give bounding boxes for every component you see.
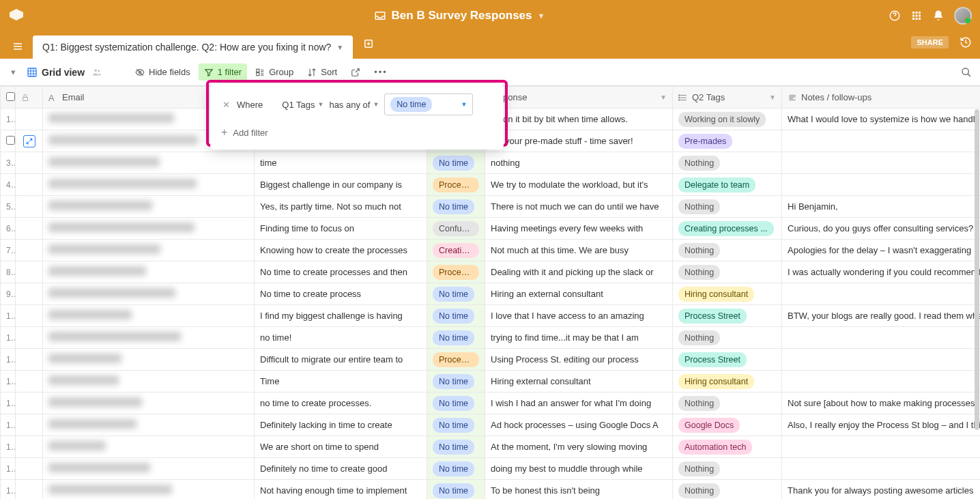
history-icon[interactable] xyxy=(960,36,972,48)
cell-response[interactable]: Hiring an external consultant xyxy=(485,283,673,305)
app-logo-icon[interactable] xyxy=(8,8,25,24)
cell-notes[interactable] xyxy=(782,436,981,458)
cell-notes[interactable] xyxy=(782,130,981,152)
cell-q1[interactable]: No time to create processes and then xyxy=(255,261,427,283)
cell-q2tags[interactable]: Google Docs xyxy=(673,414,782,436)
tab-caret-icon[interactable]: ▼ xyxy=(336,44,343,51)
filter-operator-select[interactable]: has any of▼ xyxy=(329,100,379,110)
search-button[interactable] xyxy=(961,67,972,78)
vertical-scrollbar[interactable] xyxy=(975,109,979,430)
cell-q1[interactable]: Finding time to focus on xyxy=(255,218,427,240)
cell-notes[interactable] xyxy=(782,327,981,349)
cell-q1tags[interactable]: Process ... xyxy=(427,349,485,371)
cell-q2tags[interactable]: Nothing xyxy=(673,196,782,218)
table-row[interactable]: 10I find my biggest challenge is havingN… xyxy=(1,305,981,327)
cell-notes[interactable] xyxy=(782,283,981,305)
cell-response[interactable]: trying to find time...it may be that I a… xyxy=(485,327,673,349)
filter-field-select[interactable]: Q1 Tags▼ xyxy=(282,100,323,110)
cell-q2tags[interactable]: Process Street xyxy=(673,349,782,371)
cell-q2tags[interactable]: Hiring consultant xyxy=(673,283,782,305)
row-select-cell[interactable]: 5 xyxy=(1,196,16,218)
cell-notes[interactable]: What I would love to systemize is how we… xyxy=(782,109,981,130)
cell-notes[interactable]: Apologies for the delay – I wasn't exagg… xyxy=(782,240,981,261)
help-icon[interactable] xyxy=(889,10,901,22)
cell-q2tags[interactable]: Nothing xyxy=(673,152,782,174)
cell-notes[interactable]: Also, I really enjoy the Process St blog… xyxy=(782,414,981,436)
cell-q1tags[interactable]: No time xyxy=(427,152,485,174)
cell-response[interactable]: Not much at this time. We are busy xyxy=(485,240,673,261)
cell-q1[interactable]: Difficult to migrate our entire team to xyxy=(255,349,427,371)
filter-button[interactable]: 1 filter xyxy=(199,63,247,81)
cell-notes[interactable]: Thank you for always posting awesome art… xyxy=(782,480,981,500)
cell-email[interactable] xyxy=(43,349,255,371)
cell-q1[interactable]: Yes, its partly time. Not so much not xyxy=(255,196,427,218)
cell-email[interactable] xyxy=(43,393,255,414)
view-switcher[interactable]: Grid view xyxy=(21,63,108,81)
cell-email[interactable] xyxy=(43,261,255,283)
row-select-cell[interactable]: 7 xyxy=(1,240,16,261)
row-select-cell[interactable]: 17 xyxy=(1,458,16,480)
cell-q1tags[interactable]: No time xyxy=(427,196,485,218)
select-all-header[interactable] xyxy=(1,87,16,109)
table-row[interactable]: 18Not having enough time to implementNo … xyxy=(1,480,981,500)
row-select-cell[interactable]: 14 xyxy=(1,393,16,414)
cell-email[interactable] xyxy=(43,152,255,174)
table-row[interactable]: 12Difficult to migrate our entire team t… xyxy=(1,349,981,371)
cell-q1tags[interactable]: No time xyxy=(427,393,485,414)
filter-value-select[interactable]: No time ▼ xyxy=(384,94,473,115)
cell-email[interactable] xyxy=(43,196,255,218)
cell-notes[interactable] xyxy=(782,458,981,480)
cell-q2tags[interactable]: Nothing xyxy=(673,327,782,349)
column-header-response[interactable]: response▼ xyxy=(485,87,673,109)
cell-response[interactable]: To be honest this isn't being xyxy=(485,480,673,500)
row-checkbox[interactable] xyxy=(6,136,15,145)
apps-icon[interactable] xyxy=(910,10,923,22)
cell-notes[interactable]: Curious, do you guys offer consulting se… xyxy=(782,218,981,240)
cell-email[interactable] xyxy=(43,174,255,196)
view-menu-caret-icon[interactable]: ▾ xyxy=(8,64,18,80)
cell-q1tags[interactable]: Confuse... xyxy=(427,218,485,240)
table-row[interactable]: 5Yes, its partly time. Not so much notNo… xyxy=(1,196,981,218)
table-row[interactable]: 3timeNo timenothingNothing xyxy=(1,152,981,174)
cell-q1tags[interactable]: No time xyxy=(427,458,485,480)
table-row[interactable]: 13TimeNo timeHiring external consultantH… xyxy=(1,371,981,393)
cell-notes[interactable]: Not sure [about how to make making proce… xyxy=(782,393,981,414)
row-select-cell[interactable]: 13 xyxy=(1,371,16,393)
cell-notes[interactable]: I was actually wondering if you could re… xyxy=(782,261,981,283)
remove-filter-button[interactable]: ✕ xyxy=(221,98,231,111)
cell-notes[interactable] xyxy=(782,371,981,393)
table-row[interactable]: 8No time to create processes and thenPro… xyxy=(1,261,981,283)
cell-response[interactable]: Hiring external consultant xyxy=(485,371,673,393)
row-select-cell[interactable]: 1 xyxy=(1,109,16,130)
cell-q1tags[interactable]: No time xyxy=(427,305,485,327)
table-row[interactable]: 7Knowing how to create the processesCrea… xyxy=(1,240,981,261)
cell-q1tags[interactable]: No time xyxy=(427,283,485,305)
group-button[interactable]: Group xyxy=(250,63,299,81)
table-tab-active[interactable]: Q1: Biggest systemization challenge. Q2:… xyxy=(33,35,353,59)
cell-q1tags[interactable]: Creating... xyxy=(427,240,485,261)
cell-q1[interactable]: no time to create processes. xyxy=(255,393,427,414)
cell-q1tags[interactable]: No time xyxy=(427,436,485,458)
cell-q1tags[interactable]: Process ... xyxy=(427,174,485,196)
cell-notes[interactable] xyxy=(782,174,981,196)
cell-q1[interactable]: I find my biggest challenge is having xyxy=(255,305,427,327)
table-row[interactable]: 17Definitely no time to create goodNo ti… xyxy=(1,458,981,480)
cell-notes[interactable] xyxy=(782,152,981,174)
row-select-cell[interactable] xyxy=(1,130,16,152)
share-button[interactable]: SHARE xyxy=(911,36,949,48)
row-select-cell[interactable]: 12 xyxy=(1,349,16,371)
cell-q2tags[interactable]: Automation tech xyxy=(673,436,782,458)
cell-response[interactable]: We try to modulate the workload, but it'… xyxy=(485,174,673,196)
cell-q1tags[interactable]: No time xyxy=(427,371,485,393)
cell-q2tags[interactable]: Delegate to team xyxy=(673,174,782,196)
cell-response[interactable]: Ad hock processes – using Google Docs A xyxy=(485,414,673,436)
row-select-cell[interactable]: 10 xyxy=(1,305,16,327)
add-table-button[interactable] xyxy=(358,33,379,54)
cell-response[interactable]: I love that I have access to an amazing xyxy=(485,305,673,327)
table-row[interactable]: 6Finding time to focus onConfuse...Havin… xyxy=(1,218,981,240)
cell-email[interactable] xyxy=(43,480,255,500)
cell-q2tags[interactable]: Creating processes ... xyxy=(673,218,782,240)
cell-q1tags[interactable]: Process ... xyxy=(427,261,485,283)
cell-q1[interactable]: We are short on time to spend xyxy=(255,436,427,458)
cell-q2tags[interactable]: Nothing xyxy=(673,393,782,414)
